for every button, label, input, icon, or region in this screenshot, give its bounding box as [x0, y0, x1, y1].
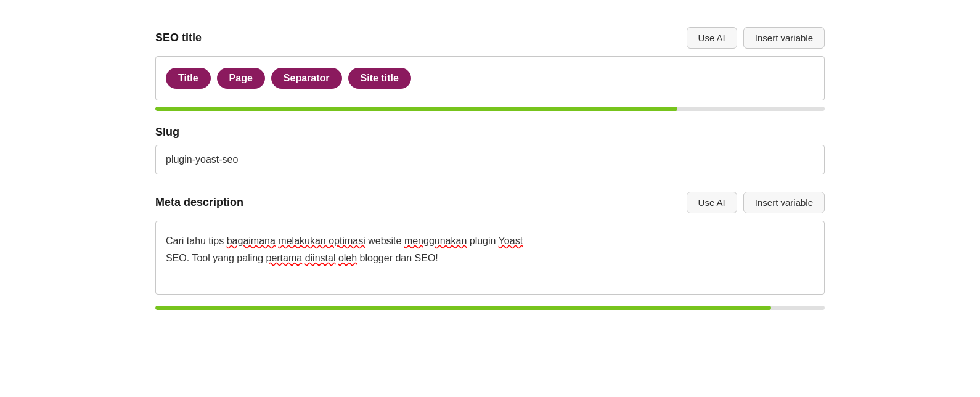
- seo-title-progress-bar: [155, 107, 825, 111]
- seo-title-header: SEO title Use AI Insert variable: [155, 27, 825, 49]
- meta-description-label: Meta description: [155, 196, 243, 209]
- meta-description-text-display[interactable]: Cari tahu tips bagaimana melakukan optim…: [155, 221, 825, 295]
- meta-use-ai-button[interactable]: Use AI: [687, 192, 737, 213]
- tag-separator[interactable]: Separator: [271, 68, 342, 89]
- seo-title-insert-variable-button[interactable]: Insert variable: [743, 27, 825, 49]
- seo-title-label: SEO title: [155, 31, 202, 44]
- spellcheck-word-6: diinstal: [305, 253, 336, 263]
- spellcheck-word-3: menggunakan: [404, 235, 467, 246]
- meta-description-button-group: Use AI Insert variable: [687, 192, 825, 213]
- slug-input[interactable]: [155, 145, 825, 174]
- seo-panel: SEO title Use AI Insert variable Title P…: [136, 12, 844, 340]
- seo-title-progress-fill: [155, 107, 677, 111]
- spellcheck-word-7: oleh: [338, 253, 357, 263]
- meta-description-progress-fill: [155, 306, 771, 310]
- seo-title-use-ai-button[interactable]: Use AI: [687, 27, 737, 49]
- meta-description-section: Meta description Use AI Insert variable …: [155, 192, 825, 295]
- tag-site-title[interactable]: Site title: [348, 68, 411, 89]
- tag-page[interactable]: Page: [217, 68, 265, 89]
- seo-title-button-group: Use AI Insert variable: [687, 27, 825, 49]
- spellcheck-word-5: pertama: [266, 253, 302, 263]
- meta-description-progress-bar: [155, 306, 825, 310]
- spellcheck-word-4: Yoast: [499, 235, 523, 246]
- seo-title-tag-input[interactable]: Title Page Separator Site title: [155, 56, 825, 100]
- spellcheck-word-2: melakukan optimasi: [278, 235, 365, 246]
- meta-insert-variable-button[interactable]: Insert variable: [743, 192, 825, 213]
- slug-section: Slug: [155, 126, 825, 174]
- meta-text-line2: SEO. Tool yang paling pertama diinstal o…: [166, 250, 814, 267]
- meta-text-line1: Cari tahu tips bagaimana melakukan optim…: [166, 232, 814, 250]
- meta-description-header: Meta description Use AI Insert variable: [155, 192, 825, 213]
- slug-label: Slug: [155, 126, 179, 138]
- tag-title[interactable]: Title: [166, 68, 211, 89]
- spellcheck-word-1: bagaimana: [227, 235, 276, 246]
